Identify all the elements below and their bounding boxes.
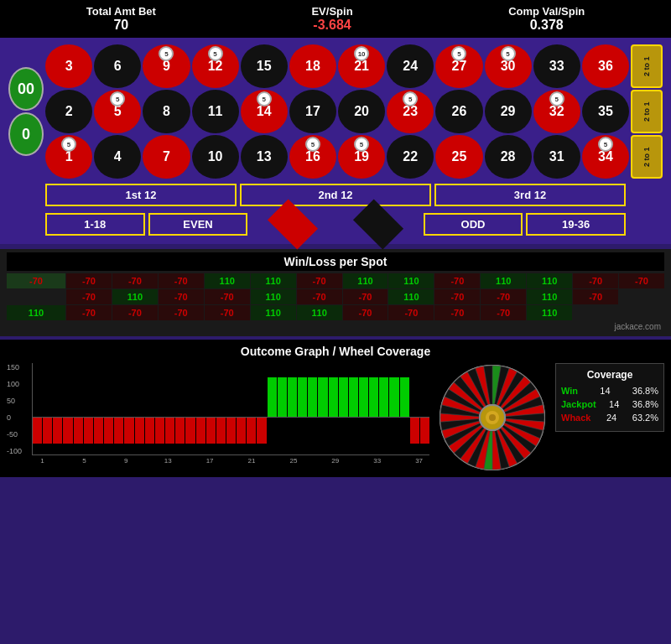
bar-1 bbox=[43, 363, 52, 454]
total-amt-bet-section: Total Amt Bet 70 bbox=[86, 5, 156, 33]
ev-spin-label: EV/Spin bbox=[311, 5, 352, 18]
num-cell-10[interactable]: 10 bbox=[192, 135, 239, 179]
num-cell-31[interactable]: 31 bbox=[533, 135, 580, 179]
bar-28 bbox=[318, 363, 327, 454]
zero-0[interactable]: 0 bbox=[8, 112, 44, 156]
roulette-table: 00 0 36595121518102124527530333625581151… bbox=[8, 44, 663, 179]
wl-r1-c12: -70 bbox=[619, 273, 664, 288]
bet-odd[interactable]: ODD bbox=[424, 213, 523, 236]
num-cell-4[interactable]: 4 bbox=[94, 135, 141, 179]
num-cell-6[interactable]: 6 bbox=[94, 44, 141, 88]
num-cell-23[interactable]: 523 bbox=[387, 90, 434, 133]
x-label-15 bbox=[179, 457, 200, 465]
wl-r2-c9: -70 bbox=[481, 289, 526, 304]
wl-r3-c3: -70 bbox=[159, 305, 204, 320]
bar-38 bbox=[420, 363, 429, 454]
wl-r2-c8: -70 bbox=[434, 289, 480, 304]
wl-r2-c1: 110 bbox=[112, 289, 158, 304]
y-axis: 150 100 50 0 -50 -100 bbox=[7, 363, 30, 455]
y-150: 150 bbox=[7, 363, 30, 371]
num-cell-8[interactable]: 8 bbox=[143, 90, 190, 133]
dozen-1st-12[interactable]: 1st 12 bbox=[45, 184, 237, 206]
comp-val-label: Comp Val/Spin bbox=[508, 5, 585, 18]
wl-r3-c4: -70 bbox=[205, 305, 250, 320]
num-cell-18[interactable]: 18 bbox=[289, 44, 336, 88]
num-cell-14[interactable]: 514 bbox=[241, 90, 288, 133]
bet-red[interactable] bbox=[251, 210, 334, 239]
coverage-win-label: Win bbox=[561, 386, 578, 396]
bar-27 bbox=[308, 363, 317, 454]
num-cell-20[interactable]: 20 bbox=[338, 90, 385, 133]
wl-r1-c2: -70 bbox=[159, 273, 204, 288]
num-cell-33[interactable]: 33 bbox=[533, 44, 580, 88]
num-cell-5[interactable]: 55 bbox=[94, 90, 141, 133]
wl-r3-c0: 110 bbox=[7, 305, 65, 320]
num-cell-12[interactable]: 512 bbox=[192, 44, 239, 88]
num-cell-7[interactable]: 7 bbox=[143, 135, 190, 179]
num-cell-24[interactable]: 24 bbox=[387, 44, 434, 88]
num-cell-35[interactable]: 35 bbox=[582, 90, 629, 133]
num-cell-1[interactable]: 51 bbox=[45, 135, 92, 179]
num-cell-36[interactable]: 36 bbox=[582, 44, 629, 88]
wl-r3-c10: -70 bbox=[481, 305, 526, 320]
bar-13 bbox=[165, 363, 174, 454]
num-cell-34[interactable]: 534 bbox=[582, 135, 629, 179]
zero-00[interactable]: 00 bbox=[8, 67, 44, 111]
num-cell-17[interactable]: 17 bbox=[289, 90, 336, 133]
x-label-3 bbox=[53, 457, 74, 465]
bar-15 bbox=[185, 363, 195, 454]
two-to-one-top[interactable]: 2 to 1 bbox=[631, 44, 663, 88]
bet-19-36[interactable]: 19-36 bbox=[526, 213, 626, 236]
wl-r3-c5: 110 bbox=[251, 305, 296, 320]
wl-row3-first bbox=[619, 289, 664, 304]
num-cell-25[interactable]: 25 bbox=[435, 135, 482, 179]
y-100: 100 bbox=[7, 380, 30, 388]
bar-4 bbox=[74, 363, 83, 454]
bet-1-18[interactable]: 1-18 bbox=[45, 213, 145, 236]
bet-black[interactable] bbox=[337, 210, 420, 239]
dozen-row: 1st 12 2nd 12 3rd 12 bbox=[8, 184, 663, 206]
x-label-9: 9 bbox=[116, 457, 137, 465]
coverage-jackpot-pct: 36.8% bbox=[632, 399, 658, 409]
num-cell-21[interactable]: 1021 bbox=[338, 44, 385, 88]
coverage-jackpot-label: Jackpot bbox=[561, 399, 596, 409]
num-cell-2[interactable]: 2 bbox=[45, 90, 92, 133]
num-cell-29[interactable]: 29 bbox=[485, 90, 532, 133]
wl-r3-c8: -70 bbox=[388, 305, 434, 320]
num-cell-11[interactable]: 11 bbox=[192, 90, 239, 133]
bar-9 bbox=[124, 363, 133, 454]
bar-22 bbox=[257, 363, 266, 454]
two-to-one-mid[interactable]: 2 to 1 bbox=[631, 90, 663, 133]
num-cell-22[interactable]: 22 bbox=[387, 135, 434, 179]
two-to-one-bot[interactable]: 2 to 1 bbox=[631, 135, 663, 179]
wl-r1-c1: -70 bbox=[112, 273, 158, 288]
x-label-25: 25 bbox=[283, 457, 304, 465]
num-cell-15[interactable]: 15 bbox=[241, 44, 288, 88]
red-diamond-icon bbox=[268, 199, 318, 249]
num-cell-28[interactable]: 28 bbox=[485, 135, 532, 179]
num-cell-16[interactable]: 516 bbox=[289, 135, 336, 179]
dozen-3rd-12[interactable]: 3rd 12 bbox=[434, 184, 626, 206]
num-cell-30[interactable]: 530 bbox=[485, 44, 532, 88]
outcome-content: 150 100 50 0 -50 -100 15913172125293337 bbox=[7, 363, 664, 472]
coverage-jackpot-row: Jackpot 14 36.8% bbox=[561, 399, 658, 409]
bar-16 bbox=[196, 363, 205, 454]
dozen-2nd-12[interactable]: 2nd 12 bbox=[240, 184, 431, 206]
num-cell-27[interactable]: 527 bbox=[435, 44, 482, 88]
coverage-whack-row: Whack 24 63.2% bbox=[561, 413, 658, 423]
bars-container bbox=[32, 363, 429, 455]
num-cell-19[interactable]: 519 bbox=[338, 135, 385, 179]
bar-2 bbox=[53, 363, 62, 454]
num-cell-13[interactable]: 13 bbox=[241, 135, 288, 179]
num-cell-9[interactable]: 59 bbox=[143, 44, 190, 88]
chart-area: 150 100 50 0 -50 -100 15913172125293337 bbox=[7, 363, 429, 472]
black-diamond-icon bbox=[353, 199, 403, 249]
two-to-one-column: 2 to 1 2 to 1 2 to 1 bbox=[631, 44, 663, 179]
svg-point-7 bbox=[489, 414, 496, 421]
num-cell-32[interactable]: 532 bbox=[533, 90, 580, 133]
bar-32 bbox=[359, 363, 368, 454]
coverage-win-count: 14 bbox=[600, 386, 610, 396]
bet-even[interactable]: EVEN bbox=[148, 213, 248, 236]
num-cell-3[interactable]: 3 bbox=[45, 44, 92, 88]
num-cell-26[interactable]: 26 bbox=[435, 90, 482, 133]
